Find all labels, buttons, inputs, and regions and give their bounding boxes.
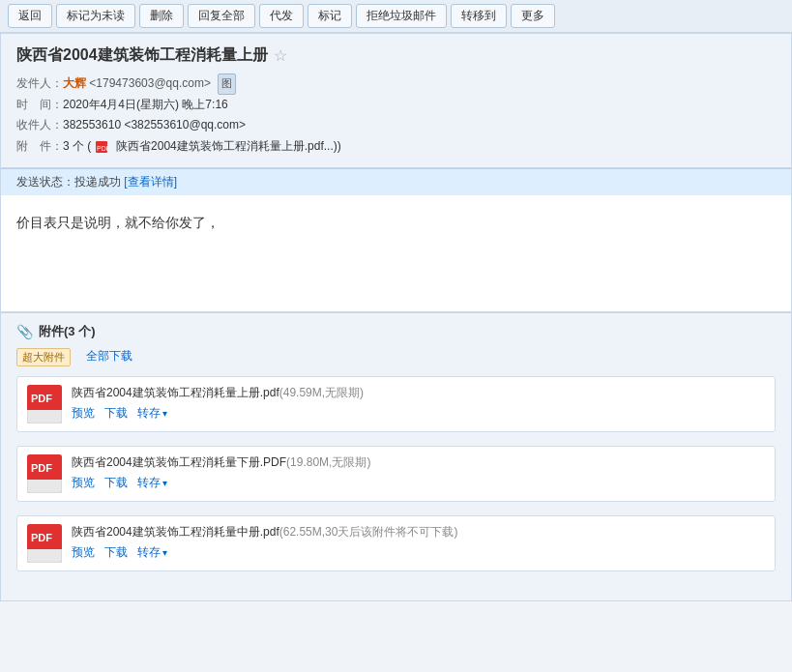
file-size-0: (49.59M,无限期)	[279, 386, 364, 399]
more-button[interactable]: 更多	[511, 4, 555, 28]
attachment-info-2: 陕西省2004建筑装饰工程消耗量中册.pdf(62.55M,30天后该附件将不可…	[72, 524, 765, 561]
attachment-actions-1: 预览 下载 转存▾	[72, 475, 765, 491]
attachment-pdf-icon: PDF	[91, 139, 113, 153]
preview-link-0[interactable]: 预览	[72, 405, 95, 422]
time-value: 2020年4月4日(星期六) 晚上7:16	[63, 95, 228, 116]
attachment-count: 3 个	[63, 139, 84, 153]
sender-email: <179473603@qq.com>	[89, 76, 211, 90]
download-all-link[interactable]: 全部下载	[86, 348, 132, 366]
pdf-icon-0: PDF	[27, 385, 62, 424]
time-label: 时 间：	[16, 95, 63, 116]
recipient-value: 382553610 <382553610@qq.com>	[63, 115, 246, 136]
reply-all-button[interactable]: 回复全部	[188, 4, 255, 28]
svg-text:PDF: PDF	[97, 145, 108, 152]
download-link-1[interactable]: 下载	[104, 475, 128, 491]
transfer-arrow-1: ▾	[162, 478, 167, 488]
email-container: 陕西省2004建筑装饰工程消耗量上册 ☆ 发件人： 大辉 <179473603@…	[0, 33, 792, 601]
transfer-label-1: 转存	[137, 475, 161, 491]
attachment-actions-0: 预览 下载 转存▾	[72, 405, 765, 422]
forward-button[interactable]: 代发	[259, 4, 304, 28]
transfer-label-2: 转存	[137, 544, 161, 561]
preview-link-2[interactable]: 预览	[72, 544, 95, 561]
attachment-info-0: 陕西省2004建筑装饰工程消耗量上册.pdf(49.59M,无限期) 预览 下载…	[72, 385, 765, 422]
attachment-item-0: PDF 陕西省2004建筑装饰工程消耗量上册.pdf(49.59M,无限期) 预…	[16, 376, 776, 432]
recipient-label: 收件人：	[16, 115, 63, 136]
attachment-item-2: PDF 陕西省2004建筑装饰工程消耗量中册.pdf(62.55M,30天后该附…	[16, 515, 776, 571]
toolbar: 返回 标记为未读 删除 回复全部 代发 标记 拒绝垃圾邮件 转移到 更多	[0, 0, 792, 33]
svg-text:PDF: PDF	[31, 393, 52, 404]
transfer-arrow-0: ▾	[162, 408, 167, 419]
attachment-toolbar: 超大附件 全部下载	[16, 348, 776, 366]
attachment-item-1: PDF 陕西省2004建筑装饰工程消耗量下册.PDF(19.80M,无限期) 预…	[16, 446, 776, 502]
email-title-row: 陕西省2004建筑装饰工程消耗量上册 ☆	[16, 45, 776, 66]
recipient-row: 收件人： 382553610 <382553610@qq.com>	[16, 115, 776, 136]
sender-name: 大辉	[63, 76, 86, 90]
paperclip-icon: 📎	[16, 324, 33, 339]
email-meta: 发件人： 大辉 <179473603@qq.com> 图 时 间： 2020年4…	[16, 73, 776, 158]
attachment-info-1: 陕西省2004建筑装饰工程消耗量下册.PDF(19.80M,无限期) 预览 下载…	[72, 454, 765, 491]
attachment-filename-1: 陕西省2004建筑装饰工程消耗量下册.PDF(19.80M,无限期)	[72, 454, 765, 471]
email-header: 陕西省2004建筑装饰工程消耗量上册 ☆ 发件人： 大辉 <179473603@…	[1, 34, 791, 168]
file-size-1: (19.80M,无限期)	[286, 455, 370, 469]
reject-spam-button[interactable]: 拒绝垃圾邮件	[356, 4, 447, 28]
email-body: 价目表只是说明，就不给你发了，	[1, 195, 791, 311]
sender-value: 大辉 <179473603@qq.com> 图	[63, 73, 236, 95]
pdf-icon-2: PDF	[27, 524, 62, 563]
move-to-button[interactable]: 转移到	[451, 4, 507, 28]
sender-label: 发件人：	[16, 73, 63, 95]
star-icon[interactable]: ☆	[274, 46, 287, 65]
transfer-btn-0[interactable]: 转存▾	[137, 405, 167, 422]
sender-badge: 图	[218, 73, 236, 95]
svg-text:PDF: PDF	[31, 462, 52, 474]
view-detail-link[interactable]: [查看详情]	[124, 175, 177, 189]
attachment-section-title: 附件(3 个)	[39, 323, 96, 340]
attachment-meta-label: 附 件：	[16, 136, 63, 158]
pdf-icon-1: PDF	[27, 454, 62, 493]
send-status-text: 发送状态：投递成功	[16, 175, 124, 189]
attachment-filename-preview: 陕西省2004建筑装饰工程消耗量上册.pdf...)	[116, 139, 337, 153]
svg-rect-4	[27, 407, 62, 410]
mark-button[interactable]: 标记	[308, 4, 352, 28]
super-attachment-tag: 超大附件	[16, 348, 71, 366]
attachment-section: 📎 附件(3 个) 超大附件 全部下载 PDF 陕西省2004建筑装饰工程消耗量…	[1, 311, 791, 600]
delete-button[interactable]: 删除	[139, 4, 184, 28]
attachment-meta-value: 3 个 ( PDF 陕西省2004建筑装饰工程消耗量上册.pdf...))	[63, 136, 341, 158]
send-status-bar: 发送状态：投递成功 [查看详情]	[1, 168, 791, 195]
file-size-2: (62.55M,30天后该附件将不可下载)	[279, 525, 458, 539]
transfer-label-0: 转存	[137, 405, 161, 422]
transfer-btn-1[interactable]: 转存▾	[137, 475, 167, 491]
svg-text:PDF: PDF	[31, 532, 52, 543]
attachment-meta-row: 附 件： 3 个 ( PDF 陕西省2004建筑装饰工程消耗量上册.pdf...…	[16, 136, 776, 158]
download-link-0[interactable]: 下载	[104, 405, 128, 422]
svg-rect-12	[27, 546, 62, 549]
body-text: 价目表只是说明，就不给你发了，	[16, 215, 220, 230]
transfer-btn-2[interactable]: 转存▾	[137, 544, 167, 561]
svg-rect-8	[27, 477, 62, 480]
mark-unread-button[interactable]: 标记为未读	[56, 4, 135, 28]
attachment-actions-2: 预览 下载 转存▾	[72, 544, 765, 561]
email-title: 陕西省2004建筑装饰工程消耗量上册	[16, 45, 268, 66]
back-button[interactable]: 返回	[8, 4, 52, 28]
download-link-2[interactable]: 下载	[104, 544, 128, 561]
time-row: 时 间： 2020年4月4日(星期六) 晚上7:16	[16, 95, 776, 116]
transfer-arrow-2: ▾	[162, 547, 167, 558]
attachment-filename-2: 陕西省2004建筑装饰工程消耗量中册.pdf(62.55M,30天后该附件将不可…	[72, 524, 765, 541]
attachment-section-header: 📎 附件(3 个)	[16, 323, 776, 340]
attachment-filename-0: 陕西省2004建筑装饰工程消耗量上册.pdf(49.59M,无限期)	[72, 385, 765, 401]
sender-row: 发件人： 大辉 <179473603@qq.com> 图	[16, 73, 776, 95]
preview-link-1[interactable]: 预览	[72, 475, 95, 491]
